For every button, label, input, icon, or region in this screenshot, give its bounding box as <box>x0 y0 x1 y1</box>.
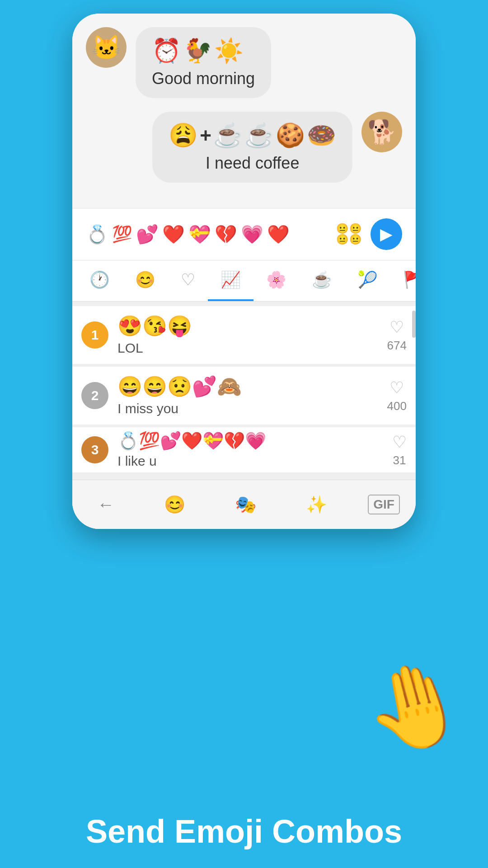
suggestion-ring[interactable]: 💍 <box>86 224 108 245</box>
suggestion-heart3[interactable]: 💝 <box>188 224 211 245</box>
hand-overlay: 🤚 <box>353 647 476 766</box>
tab-trending[interactable]: 📈 <box>208 260 253 301</box>
combo-rank-2: 2 <box>81 382 108 409</box>
heart-icon-1: ♡ <box>389 318 404 337</box>
tab-recent[interactable]: 🕐 <box>77 260 122 301</box>
combo-emojis-1: 😍😘😝 <box>117 314 387 338</box>
tab-food[interactable]: ☕ <box>299 260 345 301</box>
combo-emojis-2: 😄😄😟💕🙈 <box>117 375 387 398</box>
tab-flag[interactable]: 🚩 <box>390 260 416 301</box>
like-count-3: 31 <box>393 453 406 467</box>
combo-content-3: 💍💯💕❤️💝💔💗 I like u <box>117 431 392 469</box>
send-button[interactable]: ▶ <box>371 218 402 250</box>
toolbar-gif-button[interactable]: GIF <box>368 495 400 514</box>
heart-icon-3: ♡ <box>392 433 407 452</box>
avatar-cat: 🐱 <box>86 27 127 68</box>
tab-heart[interactable]: ♡ <box>168 260 208 301</box>
message-row-1: 🐱 ⏰🐓☀️ Good morning <box>86 27 402 98</box>
bubble-1-emojis: ⏰🐓☀️ <box>152 37 255 65</box>
combo-likes-1[interactable]: ♡ 674 <box>387 318 407 353</box>
toolbar-emoji-button[interactable]: 😊 <box>155 490 194 519</box>
footer-text: Send Emoji Combos <box>86 813 402 849</box>
emoji-tabs: 🕐 😊 ♡ 📈 🌸 ☕ 🎾 🚩 <box>72 260 416 302</box>
combo-item-2[interactable]: 2 😄😄😟💕🙈 I miss you ♡ 400 <box>72 367 416 425</box>
like-count-1: 674 <box>387 339 407 353</box>
suggestion-hearts1[interactable]: 💕 <box>136 224 159 245</box>
combo-likes-2[interactable]: ♡ 400 <box>387 378 407 413</box>
combo-item-3[interactable]: 3 💍💯💕❤️💝💔💗 I like u ♡ 31 <box>72 427 416 472</box>
like-count-2: 400 <box>387 399 407 413</box>
chat-area: 🐱 ⏰🐓☀️ Good morning 🐕 😩 + ☕ ☕ 🍪 🍩 <box>72 14 416 208</box>
combo-label-3: I like u <box>117 453 392 469</box>
bar-actions: 😐😐 😐😐 ▶ <box>336 218 402 250</box>
scroll-indicator <box>412 311 416 338</box>
combo-label-1: LOL <box>117 340 387 356</box>
combo-likes-3[interactable]: ♡ 31 <box>392 433 407 467</box>
bubble-2-text: I need coffee <box>169 154 336 173</box>
combo-rank-1: 1 <box>81 321 108 349</box>
suggestion-heart2[interactable]: ❤️ <box>162 224 185 245</box>
combo-rank-3: 3 <box>81 436 108 463</box>
tab-flower[interactable]: 🌸 <box>253 260 299 301</box>
heart-icon-2: ♡ <box>389 378 404 397</box>
combo-label-2: I miss you <box>117 401 387 416</box>
phone-mockup: 🐱 ⏰🐓☀️ Good morning 🐕 😩 + ☕ ☕ 🍪 🍩 <box>72 14 416 529</box>
combo-content-2: 😄😄😟💕🙈 I miss you <box>117 375 387 416</box>
emoji-panel: 🕐 😊 ♡ 📈 🌸 ☕ 🎾 🚩 1 😍😘😝 LOL ♡ <box>72 260 416 529</box>
toolbar-magic-button[interactable]: ✨ <box>297 490 336 519</box>
toolbar-sticker-button[interactable]: 🎭 <box>226 490 265 519</box>
bubble-1-text: Good morning <box>152 69 255 88</box>
avatar-dog: 🐕 <box>361 112 402 152</box>
combo-content-1: 😍😘😝 LOL <box>117 314 387 356</box>
toolbar-back-button[interactable]: ← <box>88 491 123 519</box>
face-grid-icon[interactable]: 😐😐 😐😐 <box>336 224 361 245</box>
suggestion-heart4[interactable]: 💔 <box>215 224 237 245</box>
bottom-toolbar: ← 😊 🎭 ✨ GIF <box>72 480 416 529</box>
suggestion-emojis: 💍 💯 💕 ❤️ 💝 💔 💗 ❤️ <box>86 224 336 245</box>
tab-emoji[interactable]: 😊 <box>122 260 168 301</box>
combo-emojis-3: 💍💯💕❤️💝💔💗 <box>117 431 392 451</box>
suggestion-heart6[interactable]: ❤️ <box>267 224 290 245</box>
bubble-1: ⏰🐓☀️ Good morning <box>136 27 271 98</box>
combo-list: 1 😍😘😝 LOL ♡ 674 2 😄😄😟💕🙈 <box>72 302 416 480</box>
suggestion-bar: 💍 💯 💕 ❤️ 💝 💔 💗 ❤️ 😐😐 😐😐 ▶ <box>72 208 416 260</box>
tab-activity[interactable]: 🎾 <box>345 260 390 301</box>
send-arrow-icon: ▶ <box>380 225 393 244</box>
suggestion-100[interactable]: 💯 <box>112 225 132 244</box>
footer-label: Send Emoji Combos <box>0 813 488 850</box>
combo-item-1[interactable]: 1 😍😘😝 LOL ♡ 674 <box>72 306 416 364</box>
bubble-2-emojis: 😩 + ☕ ☕ 🍪 🍩 <box>169 122 336 149</box>
bubble-2: 😩 + ☕ ☕ 🍪 🍩 I need coffee <box>152 112 352 183</box>
message-row-2: 🐕 😩 + ☕ ☕ 🍪 🍩 I need coffee <box>86 112 402 183</box>
suggestion-heart5[interactable]: 💗 <box>241 224 263 245</box>
